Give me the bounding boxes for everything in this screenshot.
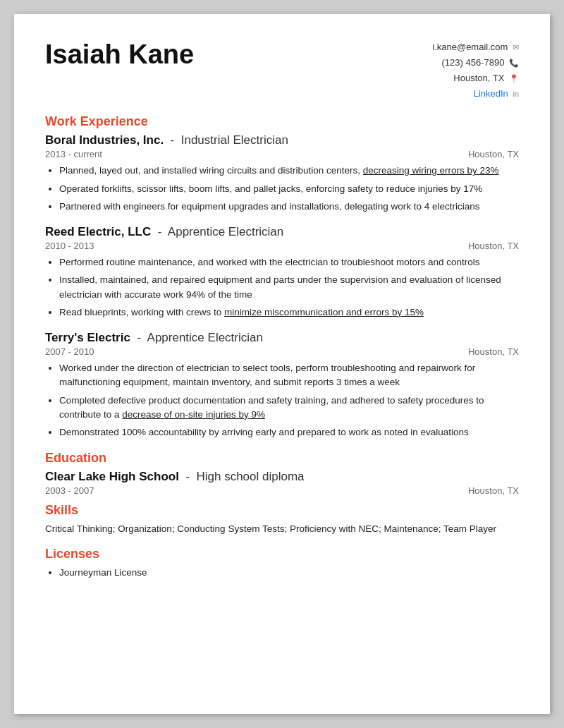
job-reed: Reed Electric, LLC - Apprentice Electric… (45, 225, 519, 320)
job-reed-header: Reed Electric, LLC - Apprentice Electric… (45, 225, 519, 239)
reed-bullets: Performed routine maintenance, and worke… (59, 255, 519, 320)
contact-info: i.kane@email.com ✉ (123) 456-7890 📞 Hous… (432, 40, 519, 102)
edu-school-line: Clear Lake High School - High school dip… (45, 470, 305, 484)
location-icon: 📍 (509, 74, 519, 83)
reed-location: Houston, TX (468, 241, 519, 251)
work-experience-title: Work Experience (45, 114, 519, 129)
terrys-bullets: Worked under the direction of electricia… (59, 361, 519, 439)
phone-icon: 📞 (509, 59, 519, 67)
job-terrys: Terry's Electric - Apprentice Electricia… (45, 331, 519, 439)
list-item: Worked under the direction of electricia… (59, 361, 519, 390)
email-text: i.kane@email.com (432, 42, 508, 52)
list-item: Journeyman License (59, 566, 519, 580)
highlight-text: decrease of on-site injuries by 9% (122, 409, 265, 420)
city-line: Houston, TX 📍 (432, 71, 519, 86)
highlight-text: minimize miscommunication and errors by … (224, 307, 424, 317)
list-item: Operated forklifts, scissor lifts, boom … (59, 182, 519, 196)
education-section: Education Clear Lake High School - High … (45, 451, 519, 496)
company-reed: Reed Electric, LLC (45, 225, 151, 238)
email-line: i.kane@email.com ✉ (432, 40, 519, 55)
phone-line: (123) 456-7890 📞 (432, 55, 519, 71)
licenses-section: Licenses Journeyman License (45, 547, 519, 580)
city-text: Houston, TX (453, 73, 504, 83)
phone-text: (123) 456-7890 (441, 57, 504, 68)
list-item: Partnered with engineers for equipment u… (59, 200, 519, 214)
reed-dates: 2010 - 2013 (45, 241, 94, 251)
job-terrys-header: Terry's Electric - Apprentice Electricia… (45, 331, 519, 345)
company-boral: Boral Industries, Inc. (45, 133, 164, 147)
role-boral: - Industrial Electrician (167, 133, 288, 147)
linkedin-link[interactable]: LinkedIn (474, 88, 508, 99)
edu-location: Houston, TX (468, 485, 519, 496)
terrys-dates: 2007 - 2010 (45, 346, 94, 357)
work-experience-section: Work Experience Boral Industries, Inc. -… (45, 114, 519, 439)
job-boral-title: Boral Industries, Inc. - Industrial Elec… (45, 133, 288, 147)
role-terrys: - Apprentice Electrician (134, 331, 263, 344)
company-terrys: Terry's Electric (45, 331, 130, 344)
job-terrys-meta: 2007 - 2010 Houston, TX (45, 346, 519, 357)
linkedin-line[interactable]: LinkedIn in (432, 86, 519, 102)
terrys-location: Houston, TX (468, 346, 519, 357)
email-icon: ✉ (513, 43, 519, 51)
boral-bullets: Planned, layed out, and installed wiring… (59, 164, 519, 214)
skills-text: Critical Thinking; Organization; Conduct… (45, 522, 519, 536)
list-item: Completed defective product documentatio… (59, 394, 519, 423)
job-boral-meta: 2013 - current Houston, TX (45, 149, 519, 159)
licenses-list: Journeyman License (59, 566, 519, 580)
licenses-title: Licenses (45, 547, 519, 562)
job-reed-meta: 2010 - 2013 Houston, TX (45, 241, 519, 251)
skills-title: Skills (45, 503, 519, 518)
job-boral-header: Boral Industries, Inc. - Industrial Elec… (45, 133, 519, 147)
degree-name: - High school diploma (183, 470, 305, 483)
job-terrys-title: Terry's Electric - Apprentice Electricia… (45, 331, 263, 345)
education-title: Education (45, 451, 519, 466)
role-reed: - Apprentice Electrician (154, 225, 283, 238)
edu-dates: 2003 - 2007 (45, 485, 94, 496)
edu-meta: 2003 - 2007 Houston, TX (45, 485, 519, 496)
list-item: Demonstrated 100% accountability by arri… (59, 425, 519, 439)
boral-location: Houston, TX (468, 149, 519, 159)
list-item: Installed, maintained, and repaired equi… (59, 273, 519, 302)
boral-dates: 2013 - current (45, 149, 102, 159)
list-item: Read blueprints, working with crews to m… (59, 305, 519, 320)
job-reed-title: Reed Electric, LLC - Apprentice Electric… (45, 225, 283, 239)
edu-header: Clear Lake High School - High school dip… (45, 470, 519, 484)
skills-section: Skills Critical Thinking; Organization; … (45, 503, 519, 536)
candidate-name: Isaiah Kane (45, 40, 194, 70)
school-name: Clear Lake High School (45, 470, 179, 483)
job-boral: Boral Industries, Inc. - Industrial Elec… (45, 133, 519, 214)
list-item: Planned, layed out, and installed wiring… (59, 164, 519, 178)
header-section: Isaiah Kane i.kane@email.com ✉ (123) 456… (45, 40, 519, 102)
list-item: Performed routine maintenance, and worke… (59, 255, 519, 269)
highlight-text: decreasing wiring errors by 23% (363, 165, 499, 176)
resume-document: Isaiah Kane i.kane@email.com ✉ (123) 456… (14, 14, 550, 714)
linkedin-icon: in (513, 90, 519, 98)
